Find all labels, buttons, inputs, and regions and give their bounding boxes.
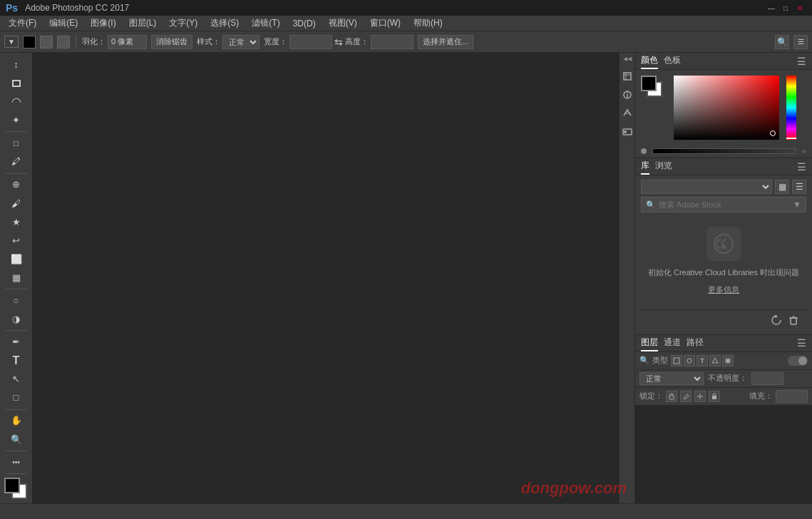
collapse-panel-btn[interactable]: ◀◀ bbox=[623, 56, 632, 62]
filter-adjustment-btn[interactable] bbox=[684, 355, 695, 366]
separator7 bbox=[6, 473, 27, 474]
hue-slider[interactable] bbox=[786, 76, 796, 140]
mini-btn-3[interactable] bbox=[620, 105, 634, 122]
fg-color-swatch[interactable] bbox=[23, 36, 36, 48]
alpha-slider[interactable] bbox=[652, 148, 796, 154]
eraser-tool[interactable]: ⬜ bbox=[3, 250, 30, 268]
color-panel-menu[interactable]: ☰ bbox=[797, 56, 806, 67]
move-tool[interactable]: ↕ bbox=[3, 56, 30, 73]
mini-btn-2[interactable] bbox=[620, 86, 634, 103]
healing-brush-tool[interactable]: ⊕ bbox=[3, 175, 30, 193]
crop-tool[interactable]: □ bbox=[3, 134, 30, 152]
more-tools[interactable]: ••• bbox=[3, 453, 30, 471]
mini-btn-4[interactable] bbox=[620, 123, 634, 140]
fg-color-box[interactable] bbox=[641, 76, 657, 91]
grid-view-btn[interactable]: ▦ bbox=[775, 180, 789, 194]
fg-bg-color-selector[interactable] bbox=[3, 478, 30, 500]
lasso-tool[interactable]: ◠ bbox=[3, 93, 30, 111]
foreground-color[interactable] bbox=[4, 478, 20, 493]
tab-layers[interactable]: 图层 bbox=[641, 335, 658, 351]
lock-position-btn[interactable] bbox=[694, 391, 706, 402]
shape-tool[interactable]: □ bbox=[3, 389, 30, 406]
list-view-btn[interactable]: ☰ bbox=[792, 180, 806, 194]
lock-paint-btn[interactable] bbox=[680, 391, 692, 402]
hand-tool[interactable]: ✋ bbox=[3, 411, 30, 429]
tab-liulan[interactable]: 浏览 bbox=[655, 158, 672, 175]
tab-channels[interactable]: 通道 bbox=[664, 335, 681, 351]
layers-panel-menu[interactable]: ☰ bbox=[797, 337, 806, 349]
menu-type[interactable]: 文字(Y) bbox=[163, 16, 203, 31]
menu-help[interactable]: 帮助(H) bbox=[408, 16, 448, 31]
eyedropper-tool[interactable]: 🖍 bbox=[3, 153, 30, 170]
feather-input[interactable] bbox=[108, 35, 147, 49]
path-selection-tool[interactable]: ↖ bbox=[3, 370, 30, 388]
mini-btn-1[interactable] bbox=[620, 68, 634, 85]
library-delete-btn[interactable] bbox=[786, 313, 801, 327]
tab-swatches[interactable]: 色板 bbox=[664, 53, 681, 69]
library-refresh-btn[interactable] bbox=[769, 313, 783, 327]
search-btn[interactable]: 🔍 bbox=[775, 35, 789, 49]
tab-paths[interactable]: 路径 bbox=[687, 335, 704, 351]
filter-smart-btn[interactable] bbox=[722, 355, 734, 366]
refine-edge-btn[interactable]: 选择并遮住... bbox=[418, 35, 473, 49]
type-tool[interactable]: T bbox=[3, 351, 30, 369]
height-input[interactable] bbox=[371, 35, 413, 49]
filter-pixel-btn[interactable] bbox=[671, 355, 682, 366]
rectangular-marquee-tool[interactable] bbox=[3, 74, 30, 92]
library-more-info-link[interactable]: 更多信息 bbox=[708, 284, 739, 295]
blend-mode-select[interactable]: 正常 bbox=[639, 372, 704, 385]
alpha-row: ▹ bbox=[635, 145, 812, 158]
color-gradient-picker[interactable] bbox=[674, 76, 779, 140]
feather-control: 羽化： bbox=[82, 35, 147, 49]
style-select[interactable]: 正常 bbox=[222, 35, 259, 49]
options-icon2[interactable] bbox=[57, 36, 70, 48]
swap-icon[interactable]: ⇆ bbox=[334, 36, 343, 48]
minimize-button[interactable]: — bbox=[765, 1, 778, 14]
anti-alias-btn[interactable]: 消除锯齿 bbox=[151, 35, 192, 49]
opacity-input[interactable] bbox=[751, 372, 783, 385]
menu-window[interactable]: 窗口(W) bbox=[364, 16, 406, 31]
layout-btn[interactable]: ☰ bbox=[793, 35, 808, 49]
width-control: 宽度： ⇆ 高度： bbox=[264, 35, 413, 49]
menu-view[interactable]: 视图(V) bbox=[323, 16, 363, 31]
fill-input[interactable] bbox=[776, 390, 808, 403]
pen-tool[interactable]: ✒ bbox=[3, 333, 30, 351]
width-input[interactable] bbox=[289, 35, 332, 49]
separator6 bbox=[6, 451, 27, 451]
menu-layer[interactable]: 图层(L) bbox=[123, 16, 163, 31]
gradient-tool[interactable]: ▦ bbox=[3, 269, 30, 287]
lock-pixels-btn[interactable] bbox=[666, 391, 677, 402]
lock-all-btn[interactable] bbox=[709, 391, 720, 402]
canvas-area[interactable] bbox=[33, 53, 619, 503]
zoom-tool[interactable]: 🔍 bbox=[3, 431, 30, 448]
menu-file[interactable]: 文件(F) bbox=[3, 16, 42, 31]
right-panels: 颜色 色板 ☰ ▹ bbox=[635, 53, 812, 503]
library-search-row[interactable]: 🔍 ▼ bbox=[641, 197, 806, 212]
tab-ku[interactable]: 库 bbox=[641, 158, 649, 175]
menu-edit[interactable]: 编辑(E) bbox=[43, 16, 83, 31]
search-dropdown-icon[interactable]: ▼ bbox=[793, 200, 801, 210]
tool-preset-btn[interactable]: ▼ bbox=[4, 36, 19, 48]
maximize-button[interactable]: □ bbox=[779, 1, 792, 14]
menu-image[interactable]: 图像(I) bbox=[85, 16, 121, 31]
magic-wand-tool[interactable]: ✦ bbox=[3, 111, 30, 129]
brush-tool[interactable]: 🖌 bbox=[3, 195, 30, 212]
library-dropdown[interactable] bbox=[641, 180, 772, 194]
menu-filter[interactable]: 滤镜(T) bbox=[246, 16, 285, 31]
color-spectrum[interactable] bbox=[674, 76, 779, 140]
window-controls[interactable]: — □ ✕ bbox=[765, 1, 806, 14]
menu-3d[interactable]: 3D(D) bbox=[287, 17, 322, 30]
blur-tool[interactable]: ○ bbox=[3, 292, 30, 309]
filter-toggle[interactable] bbox=[788, 356, 808, 366]
menu-select[interactable]: 选择(S) bbox=[205, 16, 245, 31]
clone-stamp-tool[interactable]: ★ bbox=[3, 213, 30, 231]
history-brush-tool[interactable]: ↩ bbox=[3, 232, 30, 250]
library-panel-menu[interactable]: ☰ bbox=[797, 161, 806, 173]
filter-shape-btn[interactable] bbox=[709, 355, 721, 366]
library-search-input[interactable] bbox=[659, 200, 790, 209]
dodge-tool[interactable]: ◑ bbox=[3, 310, 30, 328]
close-button[interactable]: ✕ bbox=[793, 1, 806, 14]
tab-color[interactable]: 颜色 bbox=[641, 53, 658, 69]
filter-type-btn[interactable]: T bbox=[697, 355, 708, 366]
options-icon1[interactable] bbox=[40, 36, 53, 48]
